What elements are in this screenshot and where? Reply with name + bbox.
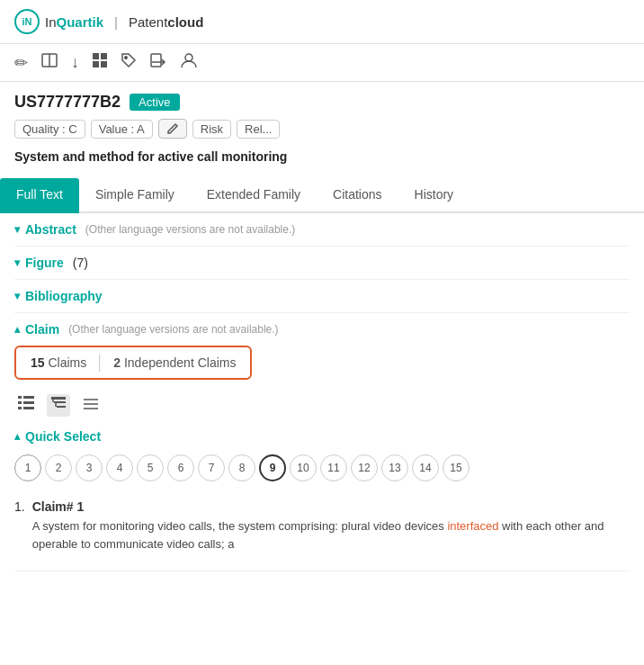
svg-rect-13 [18,407,22,409]
quick-select-toggle[interactable]: ▴ Quick Select [14,429,101,444]
claim-num-6[interactable]: 6 [167,454,194,481]
patent-description: System and method for active call monito… [14,146,630,171]
claim-item-1: 1. Claim# 1 A system for monitoring vide… [14,490,630,562]
claim-note: (Other language versions are not availab… [68,323,278,336]
app-header: iN InQuartik | Patentcloud [0,0,644,44]
risk-tag[interactable]: Risk [192,120,231,139]
patent-header: US7777777B2 Active Quality : C Value : A… [0,82,644,178]
claim-count-box: 15 Claims │ 2 Independent Claims [14,346,252,380]
tab-history[interactable]: History [398,178,470,213]
claim-item-number: 1. [14,499,25,553]
active-badge: Active [130,94,179,111]
quick-select-row: ▴ Quick Select [14,422,630,451]
download-icon[interactable]: ↓ [71,53,79,72]
claim-num-1[interactable]: 1 [14,454,41,481]
tag-icon[interactable] [121,52,137,73]
quality-row: Quality : C Value : A Risk Rel... [14,119,630,139]
export-icon[interactable] [149,52,167,73]
bibliography-label: Bibliography [25,289,103,303]
claim-num-15[interactable]: 15 [443,454,470,481]
tab-simplefamily[interactable]: Simple Family [79,178,191,213]
independent-claims: 2 Independent Claims [113,355,236,370]
chevron-down-icon-figure: ▾ [14,256,20,269]
svg-rect-10 [23,396,34,399]
claim-section: ▴ Claim (Other language versions are not… [14,313,630,571]
tab-extendedfamily[interactable]: Extended Family [191,178,317,213]
chevron-up-icon-qs: ▴ [14,430,20,443]
chevron-down-icon-bib: ▾ [14,290,20,302]
claim-num-5[interactable]: 5 [137,454,164,481]
svg-rect-4 [93,61,99,67]
rel-tag[interactable]: Rel... [237,120,280,139]
claim-num-3[interactable]: 3 [76,454,103,481]
logo-icon: iN [14,9,40,34]
svg-rect-5 [101,61,107,67]
patent-title-row: US7777777B2 Active [14,93,630,112]
svg-rect-15 [51,397,66,400]
chevron-down-icon: ▾ [14,223,20,236]
figure-count: (7) [73,256,88,270]
svg-rect-16 [54,401,66,403]
patent-number: US7777777B2 [14,93,121,112]
logo-separator: | [114,14,118,30]
value-tag: Value : A [91,120,153,139]
claim-num-4[interactable]: 4 [106,454,133,481]
tabs: Full Text Simple Family Extended Family … [0,178,644,213]
claim-toggle[interactable]: ▴ Claim (Other language versions are not… [14,322,630,337]
edit-tag[interactable] [158,119,187,139]
tab-fulltext[interactable]: Full Text [0,178,79,213]
claim-num-8[interactable]: 8 [228,454,255,481]
svg-rect-11 [18,401,22,404]
list-view-icon[interactable] [14,394,38,417]
chevron-up-icon-claim: ▴ [14,323,20,336]
svg-rect-3 [101,53,107,59]
claims-count: 15 Claims [31,355,86,370]
svg-rect-7 [151,54,161,67]
claim-num-11[interactable]: 11 [320,454,347,481]
view-toggle [14,389,630,422]
highlight-interfaced: interfaced [447,519,498,533]
abstract-toggle[interactable]: ▾ Abstract (Other language versions are … [14,222,630,237]
main-content: ▾ Abstract (Other language versions are … [0,213,644,571]
logo-text: InQuartik [45,14,103,30]
svg-point-6 [125,57,127,58]
svg-rect-9 [18,396,22,399]
abstract-section: ▾ Abstract (Other language versions are … [14,213,630,247]
claim-num-10[interactable]: 10 [290,454,317,481]
abstract-label: Abstract [25,222,76,237]
figure-section: ▾ Figure (7) [14,247,630,280]
edit-icon[interactable]: ✏ [14,53,28,73]
abstract-note: (Other language versions are not availab… [85,223,295,236]
claim-num-12[interactable]: 12 [351,454,378,481]
lines-view-icon[interactable] [79,394,103,417]
bibliography-section: ▾ Bibliography [14,280,630,313]
figure-label: Figure [25,256,64,270]
pencil-icon [166,122,179,135]
quality-tag: Quality : C [14,120,85,139]
claim-num-13[interactable]: 13 [381,454,408,481]
claim-num-2[interactable]: 2 [45,454,72,481]
claim-numbers-row: 1 2 3 4 5 6 7 8 9 10 11 12 13 14 15 [14,451,630,490]
grid-icon[interactable] [92,52,108,73]
claim-separator: │ [95,355,104,371]
claim-num-7[interactable]: 7 [198,454,225,481]
logo-patentcloud: Patentcloud [129,14,203,30]
svg-rect-12 [23,401,34,404]
svg-rect-14 [23,407,34,409]
tree-view-icon[interactable] [47,394,70,417]
svg-point-8 [185,54,192,61]
tab-citations[interactable]: Citations [317,178,398,213]
figure-toggle[interactable]: ▾ Figure (7) [14,256,630,270]
claim-item-text: A system for monitoring video calls, the… [32,517,630,553]
user-icon[interactable] [180,51,198,74]
claim-num-14[interactable]: 14 [412,454,439,481]
book-icon[interactable] [40,52,58,73]
claim-num-9[interactable]: 9 [259,454,286,481]
logo: iN InQuartik | Patentcloud [14,9,203,34]
svg-rect-17 [57,406,66,408]
claim-label: Claim [25,322,59,337]
svg-rect-2 [93,53,99,59]
toolbar: ✏ ↓ [0,44,644,82]
bibliography-toggle[interactable]: ▾ Bibliography [14,289,630,303]
claim-item-title: Claim# 1 [32,499,630,514]
